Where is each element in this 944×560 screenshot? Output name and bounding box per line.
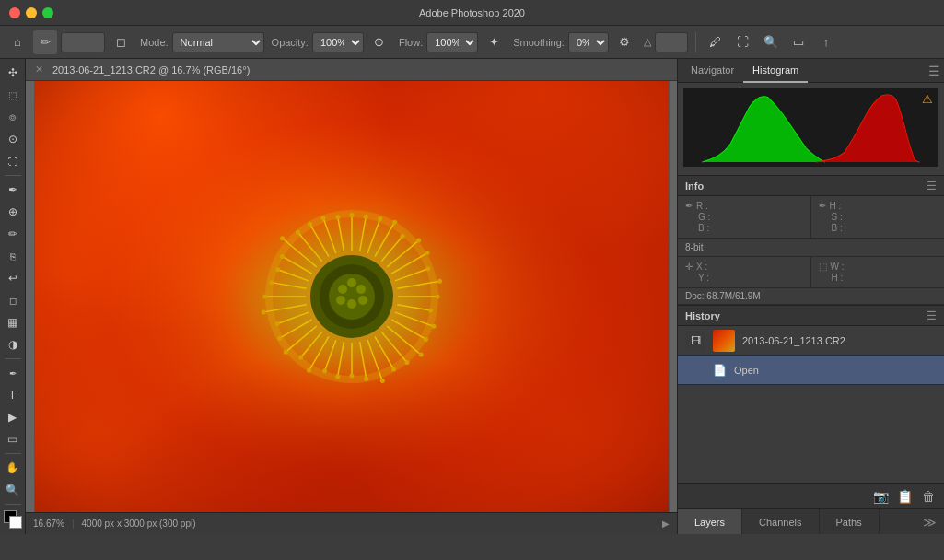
search-btn[interactable]: 🔍 — [759, 30, 783, 54]
image-canvas[interactable] — [34, 81, 670, 512]
history-snapshot-item[interactable]: 🎞 2013-06-21_1213.CR2 — [678, 326, 944, 356]
svg-line-68 — [277, 270, 308, 281]
svg-line-48 — [337, 342, 344, 377]
image-size: 4000 px x 3000 px (300 ppi) — [82, 519, 196, 529]
airbrush-btn[interactable]: ✦ — [482, 30, 506, 54]
svg-point-21 — [416, 239, 421, 243]
eyedropper-tool[interactable]: ✒ — [3, 180, 23, 200]
zoom-tool[interactable]: 🔍 — [3, 480, 23, 500]
home-button[interactable]: ⌂ — [6, 30, 29, 54]
tab-channels[interactable]: Channels — [742, 509, 819, 534]
canvas-wrapper[interactable] — [26, 81, 677, 512]
tool-separator-2 — [5, 358, 21, 359]
share-btn[interactable]: ↑ — [814, 30, 838, 54]
b2-label: B : — [832, 223, 845, 233]
zoom-level: 16.67% — [33, 519, 64, 529]
foreground-color[interactable] — [4, 510, 22, 529]
svg-line-16 — [375, 222, 395, 257]
history-open-item[interactable]: 📄 Open — [678, 356, 944, 385]
crop-tool[interactable]: ⛶ — [3, 151, 23, 171]
dodge-tool[interactable]: ◑ — [3, 334, 23, 355]
path-select-tool[interactable]: ▶ — [3, 407, 23, 427]
mode-select[interactable]: Normal — [172, 32, 264, 52]
lasso-tool[interactable]: ⌾ — [3, 107, 23, 127]
info-hsb-cell: ✒ H : S : B : — [811, 196, 945, 239]
svg-point-13 — [363, 215, 367, 219]
panel-menu-button[interactable]: ☰ — [928, 64, 940, 78]
document-tab: ✕ 2013-06-21_1213.CR2 @ 16.7% (RGB/16°) — [26, 59, 677, 81]
info-xy-cell: ✛ X : Y : — [678, 257, 811, 288]
tab-navigator[interactable]: Navigator — [682, 59, 743, 83]
svg-line-26 — [397, 281, 439, 288]
history-brush-tool[interactable]: ↩ — [3, 268, 23, 288]
opacity-label: Opacity: — [272, 37, 309, 48]
eraser-tool[interactable]: ◻ — [3, 290, 23, 310]
snapshot-thumb-image — [713, 330, 735, 352]
smoothing-select[interactable]: 0% — [568, 32, 609, 52]
minimize-button[interactable] — [26, 7, 37, 18]
svg-point-59 — [277, 336, 282, 341]
gradient-tool[interactable]: ▦ — [3, 312, 23, 332]
frame-btn[interactable]: ▭ — [787, 30, 810, 54]
svg-point-15 — [378, 216, 382, 221]
smoothing-settings-btn[interactable]: ⚙ — [612, 30, 636, 54]
tab-paths[interactable]: Paths — [820, 509, 880, 534]
clone-tool[interactable]: ⎘ — [3, 246, 23, 266]
new-snapshot-button[interactable]: 📷 — [870, 486, 891, 507]
marquee-tool[interactable]: ⬚ — [3, 85, 23, 105]
canvas-area[interactable]: ✕ 2013-06-21_1213.CR2 @ 16.7% (RGB/16°) — [26, 59, 677, 534]
titlebar: Adobe Photoshop 2020 — [0, 0, 944, 26]
svg-line-66 — [271, 283, 306, 289]
flower-background — [35, 81, 669, 512]
left-toolbar: ✣ ⬚ ⌾ ⊙ ⛶ ✒ ⊕ ✏ ⎘ ↩ ◻ ▦ ◑ ✒ T ▶ ▭ ✋ 🔍 — [0, 59, 26, 534]
healing-tool[interactable]: ⊕ — [3, 202, 23, 222]
close-button[interactable] — [9, 7, 20, 18]
svg-line-60 — [277, 312, 309, 323]
x-label: X : — [696, 262, 709, 272]
tool-separator-1 — [5, 175, 21, 176]
info-menu-button[interactable]: ☰ — [927, 180, 937, 192]
svg-point-55 — [298, 355, 303, 359]
snapshot-name: 2013-06-21_1213.CR2 — [742, 335, 845, 346]
w-label: W : — [831, 262, 845, 272]
flower-stamens — [241, 186, 462, 407]
brush-settings-btn[interactable]: 🖊 — [704, 30, 728, 54]
brush-tool[interactable]: ✏ — [3, 224, 23, 244]
always-use-pressure-btn[interactable]: ⊙ — [367, 30, 391, 54]
svg-line-40 — [375, 336, 394, 369]
delete-state-button[interactable]: 🗑 — [918, 486, 938, 507]
history-menu-button[interactable]: ☰ — [927, 309, 937, 322]
angle-input[interactable]: 0° — [655, 32, 688, 52]
brush-size-input[interactable]: 1000 — [61, 32, 105, 52]
crosshair-icon: ✛ — [685, 262, 693, 272]
flow-select[interactable]: 100% — [426, 32, 478, 52]
brush-tool-btn[interactable]: ✏ — [33, 30, 57, 54]
svg-line-80 — [337, 217, 344, 251]
new-document-from-state-button[interactable]: 📋 — [894, 486, 915, 507]
hand-tool[interactable]: ✋ — [3, 458, 23, 478]
tab-histogram[interactable]: Histogram — [743, 59, 808, 83]
info-panel-header: Info ☰ — [678, 176, 944, 196]
history-panel-header: History ☰ — [678, 306, 944, 326]
stamen-lines-svg — [241, 186, 462, 407]
brush-picker-btn[interactable]: ◻ — [109, 30, 133, 54]
svg-point-81 — [335, 215, 340, 219]
info-title: Info — [685, 181, 704, 192]
panel-expand-button[interactable]: ≫ — [915, 509, 944, 534]
r-label: R : — [696, 201, 709, 211]
traffic-lights — [9, 7, 53, 18]
svg-line-38 — [381, 332, 407, 362]
pen-tool[interactable]: ✒ — [3, 363, 23, 383]
text-tool[interactable]: T — [3, 385, 23, 405]
move-tool[interactable]: ✣ — [3, 63, 23, 83]
shape-tool[interactable]: ▭ — [3, 429, 23, 449]
svg-point-41 — [391, 367, 396, 371]
doc-tab-close[interactable]: ✕ — [35, 64, 43, 76]
tab-layers[interactable]: Layers — [678, 509, 742, 534]
info-grid: ✒ R : G : B : ✒ H — [678, 196, 944, 239]
svg-line-56 — [286, 326, 316, 352]
maximize-button[interactable] — [42, 7, 53, 18]
symmetry-btn[interactable]: ⛶ — [731, 30, 755, 54]
quick-select-tool[interactable]: ⊙ — [3, 129, 23, 149]
opacity-select[interactable]: 100% — [312, 32, 364, 52]
